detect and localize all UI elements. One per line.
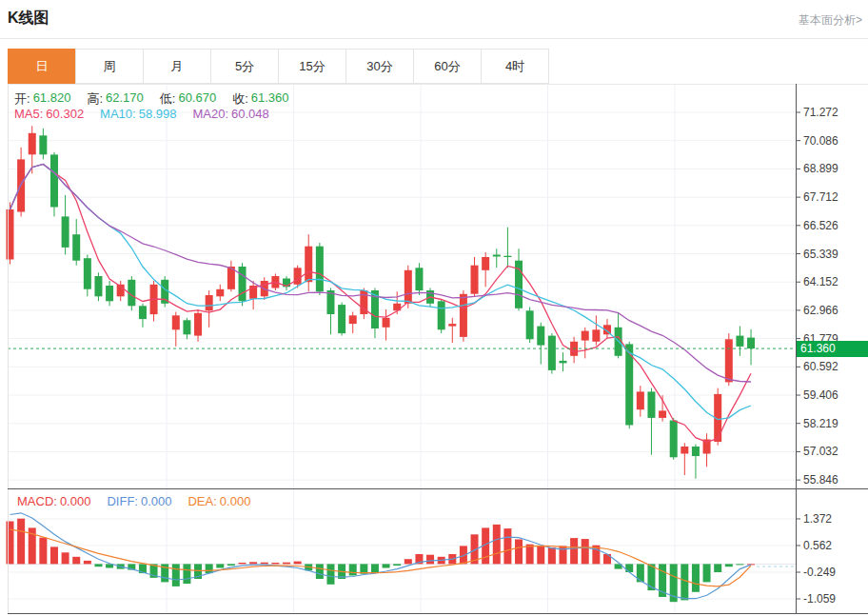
macd-bar[interactable] xyxy=(271,563,279,564)
candle-body[interactable] xyxy=(526,310,534,339)
macd-bar[interactable] xyxy=(582,539,589,564)
candle-body[interactable] xyxy=(216,289,224,297)
macd-bar[interactable] xyxy=(84,561,91,565)
macd-bar[interactable] xyxy=(62,552,69,564)
candle-body[interactable] xyxy=(448,324,456,327)
candle-body[interactable] xyxy=(316,247,324,292)
candle-body[interactable] xyxy=(582,331,589,341)
macd-bar[interactable] xyxy=(393,564,401,566)
macd-bar[interactable] xyxy=(548,547,556,564)
candle-body[interactable] xyxy=(438,301,445,329)
candle-body[interactable] xyxy=(338,305,345,333)
macd-bar[interactable] xyxy=(637,564,644,582)
macd-bar[interactable] xyxy=(39,538,47,565)
macd-bar[interactable] xyxy=(383,564,390,567)
tab-month[interactable]: 月 xyxy=(143,49,211,84)
macd-bar[interactable] xyxy=(371,564,379,572)
macd-bar[interactable] xyxy=(50,546,58,564)
candle-body[interactable] xyxy=(183,320,190,334)
candle-body[interactable] xyxy=(7,209,14,260)
candle-body[interactable] xyxy=(50,154,58,207)
diff-label: DIFF: xyxy=(107,494,138,508)
macd-bar[interactable] xyxy=(503,528,511,564)
tab-15min[interactable]: 15分 xyxy=(278,49,346,84)
macd-bar[interactable] xyxy=(326,564,334,584)
macd-bar[interactable] xyxy=(404,559,412,564)
macd-bar[interactable] xyxy=(261,563,268,565)
candle-body[interactable] xyxy=(404,270,412,304)
candle-body[interactable] xyxy=(592,329,600,342)
macd-bar[interactable] xyxy=(183,564,190,584)
macd-bar[interactable] xyxy=(493,525,501,565)
candle-body[interactable] xyxy=(537,327,544,346)
macd-bar[interactable] xyxy=(239,563,247,564)
macd-bar[interactable] xyxy=(714,564,721,572)
candle-body[interactable] xyxy=(106,286,113,301)
macd-bar[interactable] xyxy=(537,546,544,564)
fundamental-analysis-link[interactable]: 基本面分析> xyxy=(799,12,862,29)
tab-5min[interactable]: 5分 xyxy=(210,49,279,84)
candle-body[interactable] xyxy=(471,266,479,294)
candle-body[interactable] xyxy=(681,447,688,454)
macd-bar[interactable] xyxy=(283,563,290,565)
candle-body[interactable] xyxy=(670,421,678,458)
macd-bar[interactable] xyxy=(703,564,711,582)
tab-30min[interactable]: 30分 xyxy=(345,49,414,84)
candle-body[interactable] xyxy=(305,247,312,283)
candle-body[interactable] xyxy=(383,318,390,328)
macd-bar[interactable] xyxy=(227,564,235,566)
candle-body[interactable] xyxy=(560,361,567,364)
macd-bar[interactable] xyxy=(216,564,224,567)
tab-60min[interactable]: 60分 xyxy=(413,49,482,84)
macd-bar[interactable] xyxy=(736,564,743,565)
candle-body[interactable] xyxy=(239,267,247,301)
open-value: 61.820 xyxy=(33,90,71,108)
tab-4hour[interactable]: 4时 xyxy=(481,49,549,84)
candle-body[interactable] xyxy=(72,234,80,261)
candle-body[interactable] xyxy=(659,410,666,418)
candle-body[interactable] xyxy=(736,336,743,347)
macd-bar[interactable] xyxy=(625,564,633,572)
candle-body[interactable] xyxy=(482,257,489,270)
candle-body[interactable] xyxy=(725,339,733,382)
macd-bar[interactable] xyxy=(249,562,257,564)
candle-body[interactable] xyxy=(493,255,501,257)
candle-body[interactable] xyxy=(692,447,700,456)
candle-body[interactable] xyxy=(647,391,655,418)
candle-body[interactable] xyxy=(29,133,36,155)
candle-body[interactable] xyxy=(194,313,202,336)
macd-bar[interactable] xyxy=(725,564,733,566)
candle-body[interactable] xyxy=(503,256,511,257)
macd-bar[interactable] xyxy=(570,538,578,564)
macd-bar[interactable] xyxy=(681,564,688,600)
candle-body[interactable] xyxy=(460,294,467,337)
candle-body[interactable] xyxy=(548,336,556,370)
macd-bar[interactable] xyxy=(72,557,80,565)
candle-body[interactable] xyxy=(139,306,147,319)
tab-day[interactable]: 日 xyxy=(8,49,76,84)
macd-bar[interactable] xyxy=(94,564,102,566)
macd-bar[interactable] xyxy=(316,564,324,579)
candle-body[interactable] xyxy=(349,315,357,324)
macd-bar[interactable] xyxy=(526,545,534,565)
macd-bar[interactable] xyxy=(349,564,357,575)
candle-body[interactable] xyxy=(747,338,755,349)
candle-body[interactable] xyxy=(94,276,102,296)
candle-body[interactable] xyxy=(62,216,69,248)
candle-body[interactable] xyxy=(84,258,91,289)
macd-bar[interactable] xyxy=(515,540,523,565)
macd-bar[interactable] xyxy=(17,519,25,565)
candle-body[interactable] xyxy=(294,268,302,285)
macd-bar[interactable] xyxy=(692,564,700,591)
macd-bar[interactable] xyxy=(426,555,434,565)
candle-body[interactable] xyxy=(415,268,423,290)
candle-body[interactable] xyxy=(39,135,47,154)
candle-body[interactable] xyxy=(206,295,213,310)
candle-body[interactable] xyxy=(637,391,644,409)
macd-bar[interactable] xyxy=(294,562,302,565)
macd-bar[interactable] xyxy=(172,564,180,586)
kline-chart-canvas[interactable]: 71.27270.08668.89967.71266.52665.33964.1… xyxy=(0,84,868,614)
tab-week[interactable]: 周 xyxy=(75,49,144,84)
macd-bar[interactable] xyxy=(7,522,14,565)
candle-body[interactable] xyxy=(172,315,180,329)
